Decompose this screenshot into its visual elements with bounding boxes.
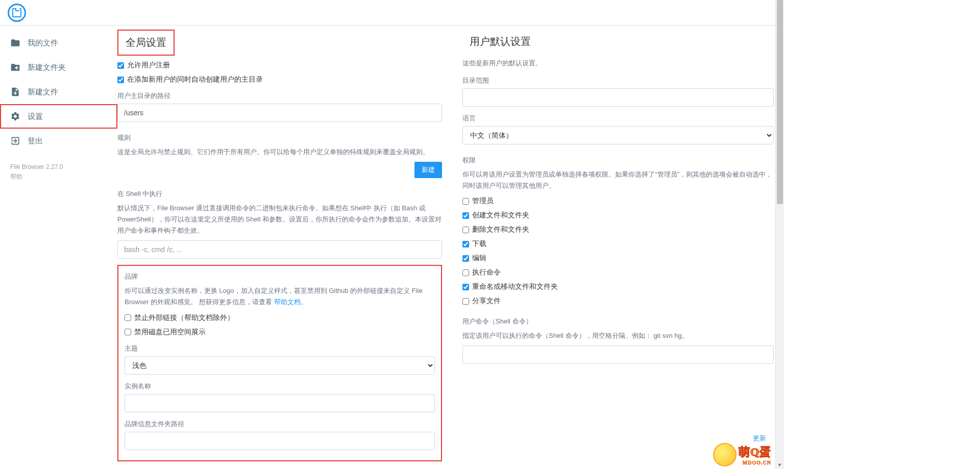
watermark-text: 萌Q蛋 MDOO.CN [739,445,771,465]
version-text: File Browser 2.27.0 [10,163,107,170]
rules-desc: 这是全局允许与禁止规则。它们作用于所有用户。你可以给每个用户定义单独的特殊规则来… [117,146,442,158]
sidebar-footer: File Browser 2.27.0 帮助 [0,153,117,193]
help-link[interactable]: 帮助 [10,172,107,181]
new-rule-button[interactable]: 新建 [414,162,442,178]
perm-edit-label: 编辑 [472,254,486,263]
commands-input[interactable] [462,345,774,364]
perm-rename-checkbox[interactable] [462,284,469,290]
branding-path-label: 品牌信息文件夹路径 [125,419,435,429]
theme-select[interactable]: 浅色 [125,356,435,375]
perm-rename-label: 重命名或移动文件和文件夹 [472,282,558,291]
disable-disk-usage-checkbox[interactable] [125,329,131,335]
sidebar-item-my-files[interactable]: 我的文件 [0,31,117,55]
scrollbar[interactable]: ▲ ▼ [775,0,784,469]
instance-name-label: 实例名称 [125,382,435,391]
theme-label: 主题 [125,344,435,353]
topbar [0,0,784,26]
language-label: 语言 [462,114,774,123]
scroll-down-icon[interactable]: ▼ [775,460,784,469]
perm-share-label: 分享文件 [472,297,501,306]
perm-create-label: 创建文件和文件夹 [472,211,529,220]
user-defaults-title: 用户默认设置 [462,30,538,54]
watermark: 更新 萌Q蛋 MDOO.CN [713,443,771,466]
home-path-label: 用户主目录的路径 [117,91,442,101]
allow-signup-checkbox[interactable] [117,62,124,69]
shell-label: 在 Shell 中执行 [117,189,442,199]
sidebar-item-label: 设置 [28,112,43,121]
shell-input[interactable] [117,240,442,259]
perm-delete-label: 删除文件和文件夹 [472,225,529,234]
perm-admin-label: 管理员 [472,196,494,206]
user-defaults-column: 用户默认设置 这些是新用户的默认设置。 目录范围 语言 中文（简体） 权限 你可… [462,26,784,459]
help-doc-link[interactable]: 帮助文档 [274,298,301,306]
note-add-icon [10,87,20,97]
disable-disk-usage-label: 禁用磁盘已用空间展示 [134,328,206,337]
instance-name-input[interactable] [125,394,435,412]
perm-delete-checkbox[interactable] [462,227,469,233]
create-folder-icon [10,62,20,72]
sidebar-item-label: 新建文件 [28,87,58,97]
logout-icon [10,136,20,146]
perms-label: 权限 [462,156,774,165]
perm-edit-checkbox[interactable] [462,255,469,262]
global-settings-title: 全局设置 [117,30,175,56]
perm-execute-checkbox[interactable] [462,269,469,276]
sidebar-item-label: 登出 [28,136,43,146]
commands-label: 用户命令（Shell 命令） [462,317,774,326]
shell-desc: 默认情况下，File Browser 通过直接调用命令的二进制包来执行命令。如果… [117,203,442,236]
perm-share-checkbox[interactable] [462,298,469,305]
sidebar-item-new-file[interactable]: 新建文件 [0,80,117,104]
sidebar-item-label: 新建文件夹 [28,63,66,72]
perm-execute-label: 执行命令 [472,268,501,277]
branding-path-input[interactable] [125,432,435,450]
folder-icon [10,38,20,48]
commands-desc: 指定该用户可以执行的命令（Shell 命令），用空格分隔。例如： git svn… [462,330,774,341]
auto-create-home-checkbox[interactable] [117,77,124,83]
gear-icon [10,111,20,121]
rules-label: 规则 [117,133,442,142]
sidebar-item-logout[interactable]: 登出 [0,129,117,153]
scope-input[interactable] [462,88,774,107]
language-select[interactable]: 中文（简体） [462,126,774,144]
allow-signup-label: 允许用户注册 [127,61,170,70]
global-settings-column: 全局设置 允许用户注册 在添加新用户的同时自动创建用户的主目录 用户主目录的路径… [117,26,442,459]
brand-section: 品牌 你可以通过改变实例名称，更换 Logo，加入自定义样式，甚至禁用到 Git… [117,265,442,461]
refresh-link[interactable]: 更新 [753,434,766,443]
disable-external-checkbox[interactable] [125,314,131,321]
watermark-face-icon [713,443,737,466]
scope-label: 目录范围 [462,76,774,85]
scrollbar-thumb[interactable] [777,0,783,204]
disable-external-label: 禁止外部链接（帮助文档除外） [134,313,234,323]
perms-desc: 你可以将该用户设置为管理员或单独选择各项权限。如果你选择了"管理员"，则其他的选… [462,169,774,191]
sidebar-item-label: 我的文件 [28,38,58,48]
auto-create-home-label: 在添加新用户的同时自动创建用户的主目录 [127,75,263,84]
sidebar: 我的文件 新建文件夹 新建文件 设置 [0,26,117,469]
user-defaults-desc: 这些是新用户的默认设置。 [462,58,774,69]
perm-download-label: 下载 [472,239,486,249]
perm-admin-checkbox[interactable] [462,198,469,205]
sidebar-item-new-folder[interactable]: 新建文件夹 [0,55,117,80]
perm-create-checkbox[interactable] [462,212,469,219]
app-logo[interactable] [8,4,26,22]
brand-title: 品牌 [125,272,435,281]
home-path-input[interactable] [117,104,442,122]
sidebar-item-settings[interactable]: 设置 [0,104,117,129]
brand-desc: 你可以通过改变实例名称，更换 Logo，加入自定义样式，甚至禁用到 Github… [125,285,435,308]
perm-download-checkbox[interactable] [462,241,469,248]
